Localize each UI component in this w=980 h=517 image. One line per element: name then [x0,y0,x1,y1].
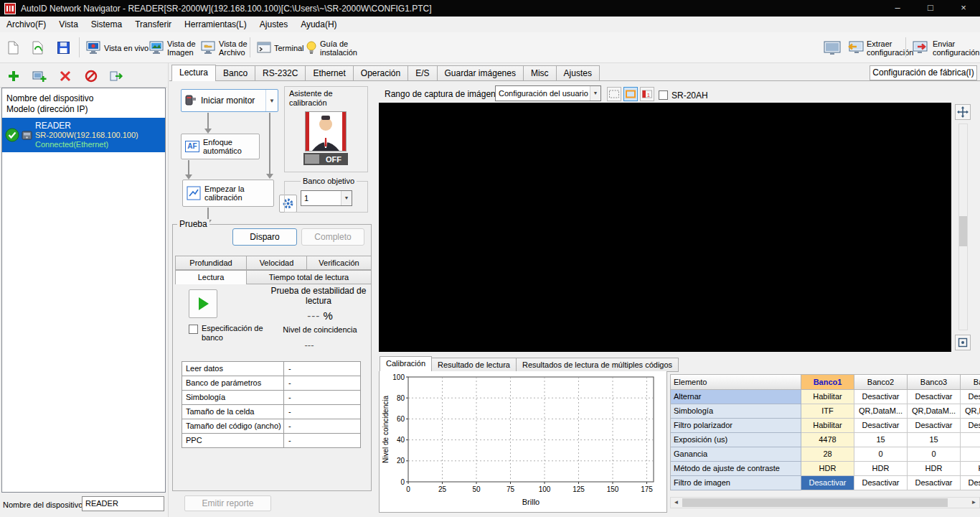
zoom-fit-button[interactable] [955,335,971,350]
bank-column-header-banco4[interactable]: Banco4 [961,374,980,390]
bank-column-header-banco2[interactable]: Banco2 [854,374,908,390]
tab-guardar-im-genes[interactable]: Guardar imágenes [438,65,524,81]
menu-transferir[interactable]: Transferir [128,17,178,32]
bank-cell[interactable]: 0 [908,447,961,462]
tab-lectura[interactable]: Lectura [171,65,216,81]
tab-ajustes[interactable]: Ajustes [557,65,600,81]
scrollbar-thumb[interactable] [959,216,967,246]
capture-preset-select[interactable]: Configuración del usuario ▼ [495,85,601,101]
setup-guide-button[interactable]: Guía de instalación [303,34,360,61]
delete-device-button[interactable] [56,67,75,85]
maximize-button[interactable]: □ [914,0,947,17]
bank-cell[interactable]: 15 [854,433,908,447]
pan-image-button[interactable] [955,104,971,120]
menu-herramientas-l[interactable]: Herramientas(L) [178,17,253,32]
export-device-button[interactable] [108,67,126,85]
bank-cell[interactable]: HDR [961,462,980,476]
capture-area-dashed-button[interactable] [607,87,621,101]
emit-report-button[interactable]: Emitir reporte [184,495,271,511]
screen-view-button[interactable] [821,34,844,61]
target-bank-select[interactable]: 1 ▼ [301,190,352,206]
bank-cell[interactable]: QR,DataM... [854,404,908,419]
complete-button[interactable]: Completo [301,228,364,246]
bank-cell[interactable]: Desactivar [961,419,980,433]
bank-cell[interactable]: Desactivar [961,390,980,404]
bank-cell[interactable]: 4478 [801,433,854,447]
image-view-button[interactable]: Vista de Imagen [146,34,199,61]
image-vertical-scrollbar[interactable] [958,124,968,330]
autofocus-button[interactable]: AF Enfoque automático [181,134,260,159]
bank-cell[interactable]: 28 [801,447,854,462]
menu-ajustes[interactable]: Ajustes [253,17,294,32]
save-button[interactable] [55,34,72,61]
bank-cell[interactable]: 15 [908,433,961,447]
bank-row-label[interactable]: Simbología [670,404,801,419]
bank-cell[interactable]: Desactivar [961,476,980,490]
bank-column-header-banco1[interactable]: Banco1 [801,374,854,390]
tab-e-s[interactable]: E/S [408,65,437,81]
bank-row-label[interactable]: Filtro polarizador [670,419,801,433]
bank-cell[interactable]: Desactivar [908,476,961,490]
tab-operaci-n[interactable]: Operación [354,65,408,81]
capture-area-full-button[interactable] [623,87,638,101]
new-file-button[interactable] [4,34,22,61]
assistant-off-toggle[interactable]: OFF [303,153,348,165]
bank-spec-checkbox[interactable] [189,325,198,334]
bank-cell[interactable]: Desactivar [854,476,908,490]
tab-ethernet[interactable]: Ethernet [306,65,353,81]
monitor-dropdown-caret[interactable]: ▼ [265,90,278,111]
result-tab-calibraci-n[interactable]: Calibración [380,356,432,372]
menu-sistema[interactable]: Sistema [85,17,128,32]
tab-banco[interactable]: Banco [216,65,255,81]
bank-cell[interactable]: ITF [801,404,854,419]
menu-archivo-f[interactable]: Archivo(F) [0,17,52,32]
bank-cell[interactable]: Desactivar [908,390,961,404]
bank-cell[interactable]: 0 [961,447,980,462]
run-test-button[interactable] [189,289,217,318]
bank-cell[interactable]: HDR [854,462,908,476]
test-tab-profundidad[interactable]: Profundidad [175,256,247,270]
scroll-right-arrow[interactable]: ► [969,498,979,508]
assistant-person-image[interactable] [305,111,347,152]
bank-cell[interactable]: Desactivar [854,419,908,433]
bank-column-header-elemento[interactable]: Elemento [670,374,801,390]
bank-cell[interactable]: HDR [908,462,961,476]
sr20ah-checkbox[interactable] [659,90,668,100]
bank-cell[interactable]: HDR [801,462,854,476]
device-list[interactable]: Nombre del dispositivo Modelo (dirección… [1,88,166,493]
bank-row-label[interactable]: Filtro de imagen [670,476,801,490]
bank-row-label[interactable]: Ganancia [670,447,801,462]
device-name-input[interactable]: READER [82,496,164,511]
capture-area-partial-button[interactable]: 1 [640,87,654,101]
bank-cell[interactable]: Desactivar [854,390,908,404]
bank-row-label[interactable]: Alternar [670,390,801,404]
test-tab-tiempo-total-de-lectura[interactable]: Tiempo total de lectura [247,270,372,284]
test-tab-lectura[interactable]: Lectura [175,270,247,284]
start-calibration-button[interactable]: Empezar la calibración [182,180,274,207]
bank-column-header-banco3[interactable]: Banco3 [908,374,961,390]
open-refresh-button[interactable] [29,34,47,61]
menu-vista[interactable]: Vista [52,17,84,32]
bank-cell[interactable]: Habilitar [801,419,854,433]
bank-cell[interactable]: 0 [854,447,908,462]
terminal-button[interactable]: Terminal [254,34,307,61]
bank-spec-option[interactable]: Especificación de banco [189,324,275,343]
close-button[interactable]: × [947,0,980,17]
minimize-button[interactable]: – [881,0,914,17]
device-row-selected[interactable]: READER SR-2000W(192.168.100.100) Connect… [2,118,165,152]
scroll-left-arrow[interactable]: ◄ [671,498,682,508]
add-device-button[interactable] [4,67,23,85]
trigger-button[interactable]: Disparo [232,228,297,246]
bank-row-label[interactable]: Exposición (us) [670,433,801,447]
start-monitor-button[interactable]: Iniciar monitor ▼ [181,89,278,112]
disconnect-button[interactable] [82,67,100,85]
factory-config-button[interactable]: Configuración de fábrica(I) [870,65,977,80]
bank-table-horizontal-scrollbar[interactable]: ◄ ► [670,497,980,508]
bank-cell[interactable]: Desactivar [908,419,961,433]
test-tab-verificaci-n[interactable]: Verificación [307,256,372,270]
register-device-button[interactable] [30,67,49,85]
bank-row-label[interactable]: Método de ajuste de contraste [670,462,801,476]
file-view-button[interactable]: Vista de Archivo [198,34,250,61]
scrollbar-thumb[interactable] [682,498,948,507]
tab-rs-232c[interactable]: RS-232C [255,65,306,81]
